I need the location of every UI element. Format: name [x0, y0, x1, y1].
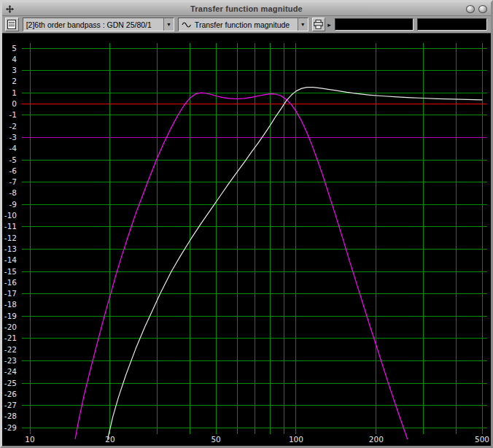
- move-cross-icon: [6, 5, 14, 13]
- axis-labels: 543210-1-2-3-4-5-6-7-8-9-10-11-12-13-14-…: [4, 44, 489, 444]
- print-button[interactable]: [312, 18, 326, 31]
- y-tick-label: -14: [4, 255, 17, 264]
- y-tick-label: 0: [12, 99, 17, 108]
- driver-response: [108, 88, 482, 439]
- y-tick-label: -8: [9, 188, 17, 197]
- y-tick-label: -18: [4, 300, 17, 309]
- view-select-value: Transfer function magnitude: [195, 20, 290, 29]
- minimize-button[interactable]: [466, 5, 475, 13]
- y-tick-label: -7: [9, 177, 17, 186]
- chevron-down-icon[interactable]: ▼: [298, 18, 308, 31]
- x-tick-label: 200: [369, 435, 384, 444]
- y-tick-label: -26: [4, 390, 17, 398]
- y-tick-label: -28: [4, 412, 17, 420]
- y-tick-label: -27: [4, 401, 17, 409]
- y-tick-label: 4: [12, 55, 17, 63]
- plot-svg: 543210-1-2-3-4-5-6-7-8-9-10-11-12-13-14-…: [2, 34, 491, 446]
- chevron-down-icon[interactable]: ▼: [163, 18, 174, 31]
- y-tick-label: 5: [12, 44, 17, 53]
- window-title: Transfer function magnitude: [2, 4, 491, 13]
- notes-button[interactable]: [5, 18, 19, 31]
- print-options-arrow[interactable]: ▸: [327, 21, 331, 28]
- toolbar: [2]6th order bandpass : GDN 25/80/1 ▼ Tr…: [2, 16, 491, 34]
- model-select[interactable]: [2]6th order bandpass : GDN 25/80/1 ▼: [23, 18, 174, 31]
- x-tick-label: 100: [289, 435, 303, 444]
- y-tick-label: 3: [12, 66, 17, 74]
- y-tick-label: 2: [12, 77, 17, 85]
- readout-field-1: [335, 18, 414, 31]
- move-icon[interactable]: [6, 5, 14, 13]
- x-tick-label: 10: [25, 435, 34, 444]
- waveform-icon: [182, 21, 192, 28]
- y-tick-label: -15: [4, 267, 17, 276]
- y-tick-label: -13: [4, 244, 17, 253]
- sheet-icon: [7, 20, 16, 29]
- y-tick-label: -24: [4, 367, 17, 376]
- y-tick-label: -2: [9, 122, 17, 131]
- y-tick-label: -25: [4, 379, 17, 387]
- y-tick-label: -5: [9, 155, 17, 164]
- y-tick-label: -22: [4, 345, 17, 354]
- y-tick-label: -20: [4, 323, 17, 331]
- view-select[interactable]: Transfer function magnitude ▼: [178, 18, 308, 31]
- x-tick-label: 50: [211, 435, 220, 444]
- readout-field-2: [417, 18, 487, 31]
- y-tick-label: -4: [9, 144, 18, 152]
- bandpass-response: [75, 93, 407, 439]
- model-select-value: [2]6th order bandpass : GDN 25/80/1: [26, 20, 152, 29]
- y-tick-label: -1: [9, 110, 17, 119]
- titlebar[interactable]: Transfer function magnitude: [2, 2, 491, 16]
- y-tick-label: -6: [9, 166, 18, 175]
- y-tick-label: -11: [4, 222, 17, 231]
- y-tick-label: 1: [12, 88, 17, 97]
- y-tick-label: -3: [9, 133, 17, 142]
- grid-lines: [22, 43, 487, 434]
- titlebar-buttons: [466, 5, 487, 13]
- close-button[interactable]: [478, 5, 487, 13]
- y-tick-label: -9: [9, 200, 17, 209]
- y-tick-label: -23: [4, 356, 17, 365]
- y-tick-label: -19: [4, 312, 17, 320]
- y-tick-label: -21: [4, 333, 17, 342]
- x-tick-label: 20: [105, 435, 114, 444]
- y-tick-label: -17: [4, 289, 17, 298]
- y-tick-label: -12: [4, 233, 17, 242]
- plot-area[interactable]: 543210-1-2-3-4-5-6-7-8-9-10-11-12-13-14-…: [2, 34, 491, 446]
- y-tick-label: -10: [4, 211, 17, 220]
- printer-icon: [314, 20, 323, 29]
- y-tick-label: -29: [4, 423, 17, 432]
- app-window: Transfer function magnitude [2]6th order…: [0, 0, 493, 448]
- x-tick-label: 500: [475, 435, 489, 444]
- y-tick-label: -16: [4, 278, 17, 287]
